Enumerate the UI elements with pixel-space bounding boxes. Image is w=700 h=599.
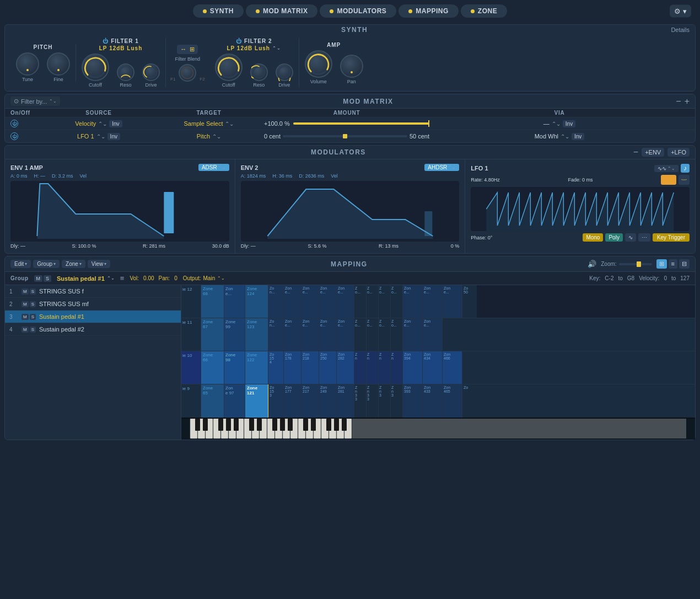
lfo1-poly-button[interactable]: Poly [605,233,622,242]
lfo1-wave-btn2[interactable]: ⋯ [638,233,650,242]
filter2-power-icon[interactable]: ⏻ [236,38,242,44]
mm-row2-track[interactable] [283,135,407,137]
zone-217[interactable]: Zon217 [301,384,319,418]
zone-66[interactable]: Zone66 [201,351,224,384]
group-selector[interactable]: Sustain pedal #1 ⌃⌄ [57,275,115,282]
lfo1-fade-icon[interactable] [661,175,676,185]
group-button[interactable]: Group ▾ [33,260,60,268]
group1-m[interactable]: M [21,288,29,295]
key-to[interactable]: G8 [627,275,634,281]
zone-e5[interactable]: Zone... [337,285,354,318]
zone-zn5[interactable]: Zn33 [354,384,367,418]
zone-281[interactable]: Zon281 [337,384,354,418]
group1-s[interactable]: S [30,288,36,295]
zone-249[interactable]: Zon249 [319,384,337,418]
drive1-knob[interactable] [142,63,160,81]
zone-z1[interactable]: Zo... [354,285,367,318]
lfo1-mono-button[interactable]: Mono [583,233,603,242]
zone-68[interactable]: Zone68 [201,285,224,318]
zone-zn4[interactable]: Zn [391,351,403,384]
group-row-3[interactable]: 3 M S Sustain pedal #1 [5,311,181,323]
lfo1-wave-shape-btn[interactable]: 〰 [679,175,690,185]
zone-e11[interactable]: Zone... [319,318,337,351]
view-button[interactable]: View ▾ [88,260,111,268]
mm-row2-inv-via[interactable]: Inv [572,133,584,140]
filter-blend-icon2[interactable]: ⊞ [190,46,195,53]
zone-177[interactable]: Zon177 [284,384,301,418]
zone-e3[interactable]: Zone... [301,285,319,318]
mm-row1-amount-bar[interactable] [293,122,429,125]
add-lfo-button[interactable]: +LFO [667,148,690,157]
zone-466[interactable]: Zon466 [443,351,462,384]
add-env-button[interactable]: +ENV [642,148,664,157]
zone-zn1[interactable]: Zn [354,351,367,384]
group2-s[interactable]: S [30,301,36,307]
drive2-knob[interactable] [276,63,293,81]
mm-filter-button[interactable]: ⊙ Filter by... ⌃⌄ [10,97,60,106]
group2-m[interactable]: M [21,301,29,307]
tab-mod-matrix[interactable]: MOD MATRIX [246,4,317,18]
synth-details-button[interactable]: Details [671,26,690,33]
group3-s[interactable]: S [30,314,36,320]
group-row-2[interactable]: 2 M S STRINGS SUS mf [5,298,181,311]
zone-99[interactable]: Zone99 [224,318,245,351]
group-m-button[interactable]: M [34,275,43,282]
filter-blend-icon1[interactable]: ↔ [180,46,186,53]
zone-15-4[interactable]: Zo154 [268,351,284,384]
volume-knob[interactable] [305,50,332,78]
zone-z3[interactable]: Zo... [379,285,391,318]
zone-e7[interactable]: Zone... [423,285,443,318]
mm-row1-inv-via[interactable]: Inv [563,120,575,127]
tab-modulators[interactable]: MODULATORS [320,4,396,18]
cutoff2-knob[interactable] [215,54,243,81]
zone-e14[interactable]: Zone... [423,318,443,351]
zone-zn6[interactable]: Zn33 [367,384,379,418]
zone-e12[interactable]: Zone... [337,318,354,351]
zone-z4[interactable]: Zo... [391,285,403,318]
zone-218[interactable]: Zon218 [301,351,319,384]
zone-433[interactable]: Zon433 [423,384,443,418]
speaker-icon[interactable]: 🔊 [588,260,596,268]
mm-row1-target-arrow[interactable]: ⌃⌄ [225,121,234,127]
tune-knob[interactable] [16,52,39,76]
zone-z7[interactable]: Zo... [379,318,391,351]
zone-434[interactable]: Zon434 [423,351,443,384]
mm-row1-source-arrow[interactable]: ⌃⌄ [98,121,107,127]
zone-z2[interactable]: Zo... [367,285,379,318]
zone-15-3[interactable]: Zo153 [268,384,284,418]
tab-mapping[interactable]: MAPPING [399,4,459,18]
env1-display[interactable] [10,181,229,242]
zone-zn3[interactable]: Zn [379,351,391,384]
zone-e9[interactable]: Zone... [284,318,301,351]
group3-m[interactable]: M [21,314,29,320]
tab-synth[interactable]: SYNTH [193,4,244,18]
list-icon[interactable]: ≡ [120,274,125,282]
zone-124[interactable]: Zone124 [245,285,268,318]
zone-394[interactable]: Zon394 [403,351,423,384]
zone-e2[interactable]: Zone... [284,285,301,318]
filter-blend-knob[interactable] [179,64,196,82]
pan-value[interactable]: 0 [174,275,177,281]
vel-to[interactable]: 127 [680,275,690,281]
zone-98[interactable]: Zone98 [224,351,245,384]
fine-knob[interactable] [47,52,70,76]
zone-zn7[interactable]: Zn3 [379,384,391,418]
cutoff1-knob[interactable] [82,54,109,81]
zone-e10[interactable]: Zone... [301,318,319,351]
mm-row2-slider[interactable]: 0 cent 50 cent [264,133,429,140]
zone-123[interactable]: Zone123 [245,318,268,351]
zone-465[interactable]: Zon465 [443,384,462,418]
modulators-minus-button[interactable]: − [633,148,638,157]
zone-z8[interactable]: Zo... [391,318,403,351]
env1-type-button[interactable]: ADSR ⌃⌄ [198,164,229,171]
vol-value[interactable]: 0.00 [143,275,154,281]
mm-row1-via-arrow[interactable]: ⌃⌄ [552,121,561,127]
mm-row2-power[interactable]: ⏻ [10,132,18,140]
zone-n2[interactable]: Zon... [268,318,284,351]
mm-row2-target-arrow[interactable]: ⌃⌄ [212,133,221,140]
mm-add-button[interactable]: + [685,97,690,106]
zone-e1[interactable]: Zone... [224,285,245,318]
zone-65[interactable]: Zone65 [201,384,224,418]
mm-row2-source-arrow[interactable]: ⌃⌄ [96,133,105,140]
mm-row1-power[interactable]: ⏻ [10,120,18,127]
